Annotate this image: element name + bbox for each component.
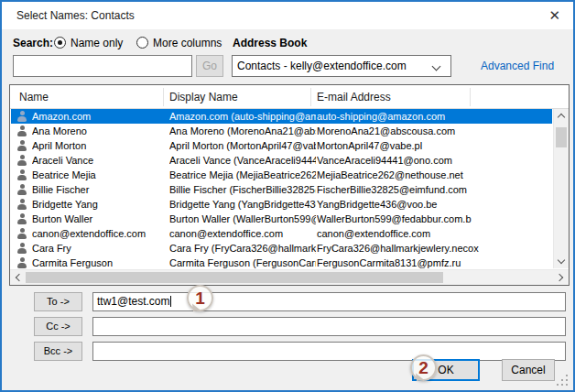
contact-row[interactable]: Beatrice Mejia Beatrice Mejia (MejiaBeat… xyxy=(11,168,552,182)
column-divider[interactable] xyxy=(163,88,164,106)
scroll-down-icon[interactable] xyxy=(558,256,565,264)
contact-row[interactable]: Burton Waller Burton Waller (WallerBurto… xyxy=(11,212,552,226)
contact-email: FryCara326@hallmarkjewlery.necox xyxy=(317,241,551,256)
contact-name: Cara Fry xyxy=(32,241,168,256)
cc-button[interactable]: Cc -> xyxy=(34,317,82,336)
person-icon xyxy=(16,228,27,239)
contact-display-name: Araceli Vance (VanceAraceli94441@... xyxy=(169,153,316,168)
vertical-scrollbar[interactable] xyxy=(553,109,569,268)
annotation-step-2: 2 xyxy=(410,354,437,381)
select-names-dialog: Select Names: Contacts ✕ Search: Name on… xyxy=(0,0,575,392)
person-icon xyxy=(16,199,27,210)
contact-display-name: Cara Fry (FryCara326@hallmarkjewl... xyxy=(169,241,316,256)
contact-name: Carmita Ferguson xyxy=(32,256,168,268)
contact-row[interactable]: April Morton April Morton (MortonApril47… xyxy=(11,138,552,153)
contact-display-name: Billie Fischer (FischerBillie32825@ei... xyxy=(169,182,316,197)
contact-row[interactable]: Carmita Ferguson Carmita Ferguson (Fergu… xyxy=(11,256,552,268)
scroll-up-icon[interactable] xyxy=(558,114,565,121)
close-icon[interactable]: ✕ xyxy=(548,7,560,24)
search-options-row: Search: Name only More columns Address B… xyxy=(2,29,573,53)
contact-name: Bridgette Yang xyxy=(32,197,168,212)
contact-display-name: canon@extendoffice.com xyxy=(169,226,316,241)
contact-name: Billie Fischer xyxy=(32,182,168,197)
contact-row[interactable]: Ana Moreno Ana Moreno (MorenoAna21@absc.… xyxy=(11,124,552,138)
to-field[interactable]: ttw1@test.com xyxy=(92,292,566,311)
contact-email: auto-shipping@amazon.com xyxy=(317,109,551,124)
text-cursor xyxy=(170,296,171,307)
horizontal-scroll-thumb[interactable] xyxy=(26,272,443,283)
person-icon xyxy=(16,155,27,166)
scroll-right-icon[interactable] xyxy=(556,274,563,281)
column-header-email[interactable]: E-mail Address xyxy=(317,91,391,103)
resize-grip[interactable] xyxy=(557,375,568,386)
to-button[interactable]: To -> xyxy=(34,292,82,311)
contact-email: YangBridgette436@voo.be xyxy=(317,197,551,212)
to-field-value: ttw1@test.com xyxy=(97,295,170,308)
dialog-title: Select Names: Contacts xyxy=(16,9,135,22)
contact-display-name: Ana Moreno (MorenoAna21@absc... xyxy=(169,124,316,138)
bcc-field[interactable] xyxy=(92,342,566,361)
person-icon xyxy=(16,257,27,268)
contact-name: Burton Waller xyxy=(32,212,168,226)
contact-row[interactable]: Araceli Vance Araceli Vance (VanceAracel… xyxy=(11,153,552,168)
contact-row[interactable]: Billie Fischer Billie Fischer (FischerBi… xyxy=(11,182,552,197)
contact-display-name: Amazon.com (auto-shipping@amaz... xyxy=(169,109,316,124)
column-divider[interactable] xyxy=(310,88,311,106)
go-button[interactable]: Go xyxy=(196,55,223,77)
person-icon xyxy=(16,140,27,151)
contact-rows: Amazon.com Amazon.com (auto-shipping@ama… xyxy=(11,109,552,268)
person-icon xyxy=(16,243,27,254)
contact-display-name: Burton Waller (WallerBurton599@f... xyxy=(169,212,316,226)
contact-display-name: Bridgette Yang (YangBridgette436... xyxy=(169,197,316,212)
person-icon xyxy=(16,169,27,180)
radio-name-only[interactable] xyxy=(54,37,66,49)
cancel-button[interactable]: Cancel xyxy=(502,359,555,381)
address-book-label: Address Book xyxy=(233,37,307,49)
person-icon xyxy=(16,125,27,136)
contact-display-name: April Morton (MortonApril47@vabe... xyxy=(169,138,316,153)
contact-name: Amazon.com xyxy=(32,109,168,124)
contact-row[interactable]: Cara Fry Cara Fry (FryCara326@hallmarkje… xyxy=(11,241,552,256)
contact-email: MorenoAna21@abscousa.com xyxy=(317,124,551,138)
bcc-button[interactable]: Bcc -> xyxy=(34,342,82,361)
screenshot-stage: Select Names: Contacts ✕ Search: Name on… xyxy=(0,0,575,392)
contacts-list: Name Display Name E-mail Address Amazon.… xyxy=(9,84,570,286)
contact-email: MortonApril47@vabe.pl xyxy=(317,138,551,153)
horizontal-scrollbar[interactable] xyxy=(10,269,569,285)
radio-name-only-label[interactable]: Name only xyxy=(71,37,123,49)
column-header-name[interactable]: Name xyxy=(19,91,49,103)
contact-email: MejiaBeatrice262@nethouse.net xyxy=(317,168,551,182)
radio-more-columns-label[interactable]: More columns xyxy=(153,37,222,49)
contact-row[interactable]: Bridgette Yang Bridgette Yang (YangBridg… xyxy=(11,197,552,212)
search-label: Search: xyxy=(13,37,53,49)
contact-row[interactable]: canon@extendoffice.com canon@extendoffic… xyxy=(11,226,552,241)
search-input[interactable] xyxy=(13,55,192,77)
column-divider[interactable] xyxy=(470,88,471,106)
column-header-display-name[interactable]: Display Name xyxy=(169,91,238,103)
contact-name: Beatrice Mejia xyxy=(32,168,168,182)
advanced-find-link[interactable]: Advanced Find xyxy=(481,60,554,72)
vertical-scroll-thumb[interactable] xyxy=(556,127,567,147)
person-icon xyxy=(16,184,27,195)
list-header: Name Display Name E-mail Address xyxy=(10,85,569,109)
title-bar: Select Names: Contacts ✕ xyxy=(2,2,573,29)
cc-field[interactable] xyxy=(92,317,566,336)
contact-name: canon@extendoffice.com xyxy=(32,226,168,241)
contact-email: canon@extendoffice.com xyxy=(317,226,551,241)
contact-row[interactable]: Amazon.com Amazon.com (auto-shipping@ama… xyxy=(11,109,552,124)
annotation-step-1: 1 xyxy=(187,285,213,311)
contact-name: Araceli Vance xyxy=(32,153,168,168)
radio-more-columns[interactable] xyxy=(136,37,148,49)
contact-email: WallerBurton599@fedabbur.com.b xyxy=(317,212,551,226)
contact-display-name: Carmita Ferguson (FergusonCarmit... xyxy=(169,256,316,268)
contact-email: VanceAraceli94441@ono.com xyxy=(317,153,551,168)
scroll-left-icon[interactable] xyxy=(16,274,23,281)
contact-name: Ana Moreno xyxy=(32,124,168,138)
contact-email: FischerBillie32825@eimfund.com xyxy=(317,182,551,197)
address-book-select[interactable]: Contacts - kelly@extendoffice.com xyxy=(232,55,451,77)
person-icon xyxy=(16,111,27,122)
person-icon xyxy=(16,213,27,224)
contact-display-name: Beatrice Mejia (MejiaBeatrice262@... xyxy=(169,168,316,182)
contact-name: April Morton xyxy=(32,138,168,153)
contact-email: FergusonCarmita8131@pmfz.ru xyxy=(317,256,551,268)
